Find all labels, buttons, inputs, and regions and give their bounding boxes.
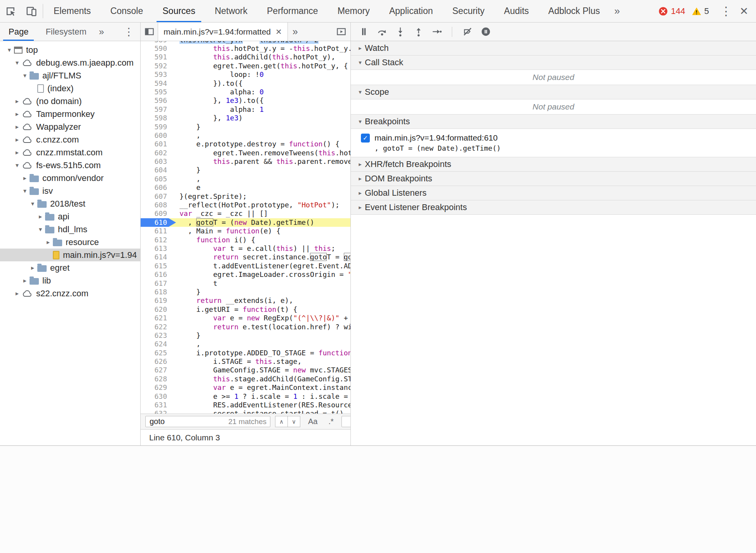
tree-item-api[interactable]: ▸api	[0, 210, 140, 223]
tree-item-resource[interactable]: ▸resource	[0, 236, 140, 249]
line-number[interactable]: 618	[141, 288, 176, 296]
line-number[interactable]: 602	[141, 149, 176, 157]
section-header-breakpoints[interactable]: ▾Breakpoints	[351, 115, 756, 129]
tab-sources[interactable]: Sources	[153, 0, 205, 22]
tree-expand-icon[interactable]: ▸	[13, 290, 21, 297]
line-number[interactable]: 590	[141, 44, 176, 53]
line-number[interactable]: 597	[141, 105, 176, 114]
tree-expand-icon[interactable]: ▸	[13, 97, 21, 105]
section-header-scope[interactable]: ▾Scope	[351, 85, 756, 99]
code-text[interactable]: var e = new RegExp("(^|\\?|&)" + t + "=(…	[176, 314, 350, 322]
section-collapse-icon[interactable]: ▾	[355, 89, 365, 96]
customize-devtools-button[interactable]: ⋮	[717, 0, 735, 23]
tree-expand-icon[interactable]: ▸	[13, 110, 21, 118]
code-text[interactable]: }(egret.Sprite);	[176, 192, 350, 201]
line-number[interactable]: 622	[141, 323, 176, 331]
line-number[interactable]: 624	[141, 340, 176, 348]
tree-item-common-vendor[interactable]: ▸common/vendor	[0, 172, 140, 184]
breakpoint-line-number[interactable]: 610	[141, 218, 176, 227]
section-expand-icon[interactable]: ▸	[355, 161, 365, 168]
tree-item-c-cnzz-com[interactable]: ▸c.cnzz.com	[0, 133, 140, 146]
code-text[interactable]: ,	[176, 131, 350, 140]
line-number[interactable]: 628	[141, 375, 176, 383]
code-text[interactable]: t	[176, 279, 350, 288]
line-number[interactable]: 609	[141, 209, 176, 218]
regex-button[interactable]: .*	[325, 417, 336, 426]
line-number[interactable]: 617	[141, 279, 176, 288]
tree-collapse-icon[interactable]: ▾	[21, 187, 29, 195]
line-number[interactable]: 592	[141, 62, 176, 70]
code-text[interactable]: function i() {	[176, 236, 350, 244]
show-debugger-panel-button[interactable]	[332, 23, 350, 41]
code-text[interactable]: egret.Tween.removeTweens(this.hotPot_y),	[176, 149, 350, 157]
code-text[interactable]: this.stage.addChild(GameConfig.STAGE),	[176, 375, 350, 383]
tree-expand-icon[interactable]: ▸	[21, 277, 29, 284]
tree-item-no-domain[interactable]: ▸(no domain)	[0, 95, 140, 108]
tree-item-wappalyzer[interactable]: ▸Wappalyzer	[0, 120, 140, 133]
step-into-button[interactable]	[394, 25, 407, 38]
tree-item-hdl-lms[interactable]: ▾hdl_lms	[0, 223, 140, 236]
editor-more-tabs-button[interactable]: »	[288, 23, 303, 41]
tree-item-lib[interactable]: ▸lib	[0, 274, 140, 287]
line-number[interactable]: 611	[141, 227, 176, 235]
line-number[interactable]: 619	[141, 296, 176, 305]
breakpoint-entry[interactable]: ✓main.min.js?v=1.94:formatted:610	[351, 132, 756, 144]
tab-audits[interactable]: Audits	[494, 0, 538, 22]
code-text[interactable]: var t = e.call(this) || this;	[176, 244, 350, 253]
tree-item-2018-test[interactable]: ▾2018/test	[0, 197, 140, 210]
match-case-button[interactable]: Aa	[305, 417, 321, 426]
tree-expand-icon[interactable]: ▸	[13, 123, 21, 130]
line-number[interactable]: 603	[141, 157, 176, 166]
section-expand-icon[interactable]: ▸	[355, 190, 365, 197]
line-number[interactable]: 616	[141, 270, 176, 279]
tree-item-debug-ews-m-jaeapp-com[interactable]: ▾debug.ews.m.jaeapp.com	[0, 56, 140, 69]
line-number[interactable]: 606	[141, 183, 176, 192]
code-text[interactable]: egret.ImageLoader.crossOrigin = "anonymo…	[176, 270, 350, 279]
code-text[interactable]: i.STAGE = this.stage,	[176, 357, 350, 366]
code-text[interactable]: this.addChild(this.hotPot_y),	[176, 53, 350, 61]
code-text[interactable]: }	[176, 331, 350, 340]
step-button[interactable]	[430, 25, 443, 38]
code-text[interactable]: var _czc = _czc || []	[176, 209, 350, 218]
code-text[interactable]: e.prototype.destroy = function() {	[176, 140, 350, 148]
line-number[interactable]: 593	[141, 70, 176, 79]
error-count-badge[interactable]: 144	[658, 6, 685, 16]
tree-expand-icon[interactable]: ▸	[21, 174, 29, 182]
section-header-call-stack[interactable]: ▾Call Stack	[351, 56, 756, 70]
tree-collapse-icon[interactable]: ▾	[29, 200, 37, 207]
section-header-dom-breakpoints[interactable]: ▸DOM Breakpoints	[351, 172, 756, 186]
code-text[interactable]: alpha: 1	[176, 105, 350, 114]
deactivate-breakpoints-button[interactable]	[461, 25, 474, 38]
tree-item-tampermonkey[interactable]: ▸Tampermonkey	[0, 108, 140, 120]
line-number[interactable]: 604	[141, 166, 176, 174]
tree-item-s22-cnzz-com[interactable]: ▸s22.cnzz.com	[0, 287, 140, 300]
code-text[interactable]: this.hotPot_y.x = -this.width / 2	[176, 41, 350, 44]
section-expand-icon[interactable]: ▸	[355, 204, 365, 211]
line-number[interactable]: 614	[141, 253, 176, 261]
editor-tab-main-min-js[interactable]: main.min.js?v=1.94:formatted ✕	[158, 23, 288, 41]
tab-console[interactable]: Console	[101, 0, 153, 22]
code-text[interactable]: loop: !0	[176, 70, 350, 79]
line-number[interactable]: 615	[141, 262, 176, 270]
line-number[interactable]: 631	[141, 401, 176, 409]
breakpoint-snippet[interactable]: , gotoT = (new Date).getTime()	[351, 144, 756, 153]
tab-adblock-plus[interactable]: Adblock Plus	[538, 0, 610, 22]
replace-input[interactable]	[341, 416, 350, 427]
code-text[interactable]: return __extends(i, e),	[176, 296, 350, 305]
line-number[interactable]: 613	[141, 244, 176, 253]
navigator-more-tabs-button[interactable]: »	[95, 23, 108, 41]
navigator-tab-page[interactable]: Page	[0, 23, 37, 41]
line-number[interactable]: 627	[141, 366, 176, 374]
navigator-toggle-button[interactable]	[141, 23, 158, 41]
tree-expand-icon[interactable]: ▸	[44, 238, 52, 246]
pause-script-button[interactable]	[357, 25, 370, 38]
line-number[interactable]: 623	[141, 331, 176, 340]
code-text[interactable]: }	[176, 123, 350, 131]
line-number[interactable]: 621	[141, 314, 176, 322]
tree-collapse-icon[interactable]: ▾	[5, 46, 13, 54]
line-number[interactable]: 630	[141, 392, 176, 401]
tree-expand-icon[interactable]: ▸	[29, 264, 37, 271]
tree-item-ajl-ftlms[interactable]: ▾ajl/FTLMS	[0, 69, 140, 82]
line-number[interactable]: 625	[141, 349, 176, 357]
line-number[interactable]: 612	[141, 236, 176, 244]
